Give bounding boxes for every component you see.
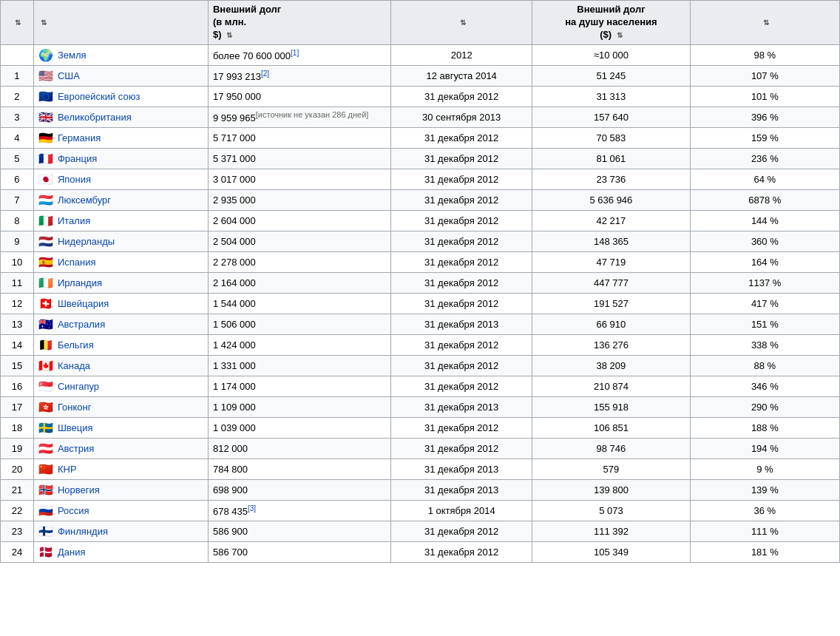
country-link[interactable]: Италия	[58, 215, 90, 226]
cell-debt: 1 424 000	[208, 334, 390, 355]
country-link[interactable]: Австрия	[58, 443, 94, 454]
cell-num: 9	[1, 231, 34, 251]
country-link[interactable]: Швейцария	[58, 298, 109, 309]
country-link[interactable]: Финляндия	[58, 526, 108, 537]
cell-country: 🇪🇺Европейский союз	[33, 86, 208, 106]
country-link[interactable]: КНР	[58, 464, 77, 475]
header-date[interactable]: ⇅	[391, 1, 532, 45]
header-debt[interactable]: Внешний долг(в млн.$) ⇅	[208, 1, 390, 45]
country-link[interactable]: Ирландия	[58, 277, 102, 288]
cell-percapita: 42 217	[532, 210, 691, 231]
flag-icon: 🇮🇹	[38, 214, 53, 228]
cell-num: 16	[1, 376, 34, 396]
sort-icon-gdp[interactable]: ⇅	[763, 18, 769, 27]
header-num[interactable]: ⇅	[1, 1, 34, 45]
table-row: 17🇭🇰Гонконг1 109 00031 декабря 2013155 9…	[1, 396, 840, 417]
debt-sup[interactable]: [3]	[248, 504, 256, 512]
cell-country: 🇨🇭Швейцария	[33, 293, 208, 314]
cell-country: 🇸🇪Швеция	[33, 417, 208, 438]
sort-icon-debt[interactable]: ⇅	[226, 30, 232, 40]
sort-icon-num[interactable]: ⇅	[15, 18, 21, 27]
flag-icon: 🇳🇱	[38, 234, 53, 248]
cell-country: 🇯🇵Япония	[33, 169, 208, 189]
cell-country: 🇭🇰Гонконг	[33, 396, 208, 417]
country-link[interactable]: Австралия	[58, 319, 105, 330]
country-link[interactable]: Япония	[58, 174, 91, 185]
country-link[interactable]: Великобритания	[58, 112, 132, 123]
cell-percapita: 155 918	[532, 396, 691, 417]
flag-icon: 🇺🇸	[38, 69, 53, 83]
country-link[interactable]: Дания	[58, 547, 86, 558]
cell-num: 10	[1, 251, 34, 272]
sort-icon-percapita[interactable]: ⇅	[617, 30, 623, 40]
cell-country: 🇬🇧Великобритания	[33, 106, 208, 127]
cell-date: 2012	[391, 44, 532, 65]
debt-sup[interactable]: [2]	[261, 70, 269, 78]
cell-num: 7	[1, 189, 34, 210]
flag-icon: 🇬🇧	[38, 110, 53, 124]
country-link[interactable]: Норвегия	[58, 484, 100, 495]
cell-date: 31 декабря 2012	[391, 438, 532, 459]
flag-icon: 🇪🇺	[38, 89, 53, 104]
cell-debt: 678 435[3]	[208, 500, 390, 521]
country-link[interactable]: Россия	[58, 505, 89, 516]
cell-date: 31 декабря 2012	[391, 293, 532, 314]
cell-percapita: 66 910	[532, 314, 691, 334]
cell-country: 🇳🇱Нидерланды	[33, 231, 208, 251]
cell-debt: 2 604 000	[208, 210, 390, 231]
cell-percapita: 579	[532, 459, 691, 479]
country-link[interactable]: Сингапур	[58, 381, 99, 392]
cell-country: 🇧🇪Бельгия	[33, 334, 208, 355]
country-link[interactable]: Испания	[58, 257, 96, 268]
country-link[interactable]: США	[58, 70, 80, 81]
cell-percapita: 105 349	[532, 541, 691, 562]
sort-icon-country[interactable]: ⇅	[41, 18, 47, 27]
country-link[interactable]: Гонконг	[58, 402, 92, 413]
cell-percapita: 5 073	[532, 500, 691, 521]
cell-percapita: 210 874	[532, 376, 691, 396]
cell-country: 🇩🇪Германия	[33, 127, 208, 148]
cell-num: 8	[1, 210, 34, 231]
cell-date: 31 декабря 2012	[391, 210, 532, 231]
cell-percapita: 106 851	[532, 417, 691, 438]
country-link[interactable]: Франция	[58, 153, 97, 164]
header-gdp[interactable]: ⇅	[690, 1, 839, 45]
country-link[interactable]: Земля	[58, 50, 87, 61]
cell-percapita: 139 800	[532, 479, 691, 500]
country-link[interactable]: Швеция	[58, 422, 93, 433]
flag-icon: 🇨🇳	[38, 462, 53, 476]
flag-icon: 🇫🇮	[38, 524, 53, 538]
cell-percapita: ≈10 000	[532, 44, 691, 65]
cell-gdp: 151 %	[690, 314, 839, 334]
cell-num: 2	[1, 86, 34, 106]
cell-gdp: 101 %	[690, 86, 839, 106]
header-percapita[interactable]: Внешний долгна душу населения($) ⇅	[532, 1, 691, 45]
cell-gdp: 88 %	[690, 355, 839, 376]
cell-gdp: 360 %	[690, 231, 839, 251]
header-debt-label: Внешний долг(в млн.$)	[213, 4, 281, 40]
cell-debt: 586 700	[208, 541, 390, 562]
country-link[interactable]: Люксембург	[58, 194, 111, 206]
cell-debt: 5 371 000	[208, 148, 390, 169]
country-link[interactable]: Германия	[58, 132, 101, 143]
debt-sup[interactable]: [1]	[291, 49, 299, 57]
cell-percapita: 148 365	[532, 231, 691, 251]
cell-debt: 784 800	[208, 459, 390, 479]
cell-debt: 1 506 000	[208, 314, 390, 334]
header-country[interactable]: ⇅	[33, 1, 208, 45]
cell-debt: 17 993 213[2]	[208, 65, 390, 86]
flag-icon: 🇭🇰	[38, 400, 53, 414]
table-row: 24🇩🇰Дания586 70031 декабря 2012105 34918…	[1, 541, 840, 562]
cell-date: 31 декабря 2012	[391, 231, 532, 251]
table-row: 16🇸🇬Сингапур1 174 00031 декабря 2012210 …	[1, 376, 840, 396]
debt-sup[interactable]: [источник не указан 286 дней]	[256, 110, 369, 119]
country-link[interactable]: Канада	[58, 360, 90, 371]
country-link[interactable]: Нидерланды	[58, 236, 115, 247]
sort-icon-date[interactable]: ⇅	[460, 18, 466, 27]
cell-num: 12	[1, 293, 34, 314]
flag-icon: 🇨🇦	[38, 359, 53, 373]
cell-percapita: 38 209	[532, 355, 691, 376]
cell-num	[1, 44, 34, 65]
country-link[interactable]: Бельгия	[58, 339, 94, 351]
country-link[interactable]: Европейский союз	[58, 91, 140, 102]
